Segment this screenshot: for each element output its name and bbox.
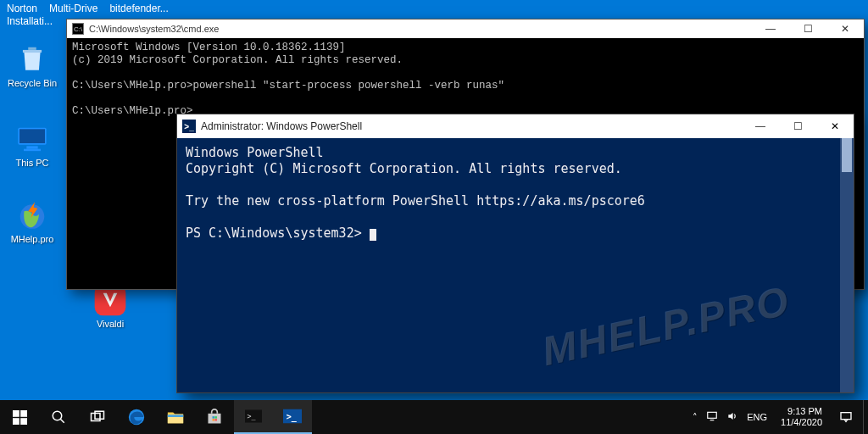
svg-rect-9 [20,418,27,425]
svg-rect-7 [20,410,27,417]
taskbar-app-explorer[interactable] [156,400,195,434]
desktop-icon-this-pc[interactable]: This PC [3,122,61,168]
svg-rect-18 [213,416,215,419]
search-button[interactable] [39,400,78,434]
svg-rect-6 [13,410,19,417]
scrollbar[interactable] [840,138,854,392]
clock-time: 9:13 PM [781,406,822,417]
action-center-button[interactable] [829,400,863,434]
globe-icon [15,198,49,232]
tray-language[interactable]: ENG [747,412,767,422]
svg-text:>_: >_ [248,412,257,420]
clock-date: 11/4/2020 [781,417,822,428]
svg-point-10 [53,411,62,420]
start-button[interactable] [0,400,39,434]
taskbar: >_ >_ ˄ ENG 9:13 PM 11/4/2020 [0,400,868,434]
cmd-icon: C:\ [72,23,84,35]
svg-rect-3 [24,149,41,152]
svg-rect-16 [168,415,183,417]
tray-network-icon[interactable] [706,410,718,424]
ps-line: Copyright (C) Microsoft Corporation. All… [186,161,622,176]
svg-rect-17 [209,414,221,424]
tray-volume-icon[interactable] [726,410,738,424]
taskbar-app-edge[interactable] [117,400,156,434]
this-pc-icon [15,122,49,156]
cmd-line: Microsoft Windows [Version 10.0.18362.11… [72,42,346,53]
powershell-body[interactable]: Windows PowerShell Copyright (C) Microso… [177,138,854,392]
svg-rect-19 [214,416,217,419]
ps-line: Windows PowerShell [186,145,324,160]
powershell-window[interactable]: >_ Administrator: Windows PowerShell — ☐… [176,114,854,393]
recycle-bin-icon [15,42,49,76]
svg-rect-8 [13,418,19,425]
desktop-label: MHelp.pro [11,234,54,244]
desktop-icon-recycle-bin[interactable]: Recycle Bin [3,42,61,88]
open-windows-strip: Norton Multi-Drive bitdefender... [0,0,868,17]
ps-line: Try the new cross-platform PowerShell ht… [186,193,645,209]
cmd-prompt: C:\Users\MHelp.pro> [72,105,193,117]
task-multidrive[interactable]: Multi-Drive [49,3,97,14]
cmd-line: C:\Users\MHelp.pro>powershell "start-pro… [72,80,504,92]
minimize-button[interactable]: — [752,19,789,38]
task-norton-line2: Installati... [7,15,53,27]
tray-chevron-up-icon[interactable]: ˄ [693,412,698,423]
svg-line-11 [60,419,64,423]
system-tray[interactable]: ˄ ENG [686,410,774,424]
desktop-label: This PC [15,158,48,168]
maximize-button[interactable]: ☐ [779,114,816,138]
powershell-title-text: Administrator: Windows PowerShell [201,120,362,132]
close-button[interactable]: ✕ [816,114,854,138]
desktop-label: Recycle Bin [8,78,57,88]
desktop-icon-mhelp[interactable]: MHelp.pro [3,198,61,244]
taskbar-app-store[interactable] [195,400,234,434]
svg-rect-2 [26,146,37,148]
desktop-icon-vivaldi[interactable]: Vivaldi [81,283,139,329]
cursor-icon [370,229,376,241]
taskbar-app-cmd[interactable]: >_ [234,400,273,434]
desktop-label: Vivaldi [97,319,124,329]
cmd-titlebar[interactable]: C:\ C:\Windows\system32\cmd.exe — ☐ ✕ [67,19,864,38]
ps-prompt: PS C:\Windows\system32> [186,225,370,241]
svg-rect-20 [213,419,215,421]
svg-text:>_: >_ [287,412,298,422]
cmd-line: (c) 2019 Microsoft Corporation. All righ… [72,54,403,66]
svg-rect-28 [841,413,851,420]
maximize-button[interactable]: ☐ [789,19,826,38]
cmd-body[interactable]: Microsoft Windows [Version 10.0.18362.11… [67,38,864,121]
cmd-title-text: C:\Windows\system32\cmd.exe [89,24,219,34]
task-bitdefender[interactable]: bitdefender... [109,3,168,14]
close-button[interactable]: ✕ [826,19,864,38]
powershell-titlebar[interactable]: >_ Administrator: Windows PowerShell — ☐… [177,114,854,138]
svg-rect-26 [708,412,717,418]
minimize-button[interactable]: — [742,114,779,138]
powershell-icon: >_ [182,120,196,133]
task-view-button[interactable] [78,400,117,434]
taskbar-clock[interactable]: 9:13 PM 11/4/2020 [774,406,829,428]
svg-rect-21 [214,419,217,421]
scrollbar-thumb[interactable] [842,138,852,172]
task-norton[interactable]: Norton [7,3,37,14]
svg-rect-1 [19,129,45,143]
show-desktop-button[interactable] [863,400,868,434]
taskbar-app-powershell[interactable]: >_ [273,400,312,434]
